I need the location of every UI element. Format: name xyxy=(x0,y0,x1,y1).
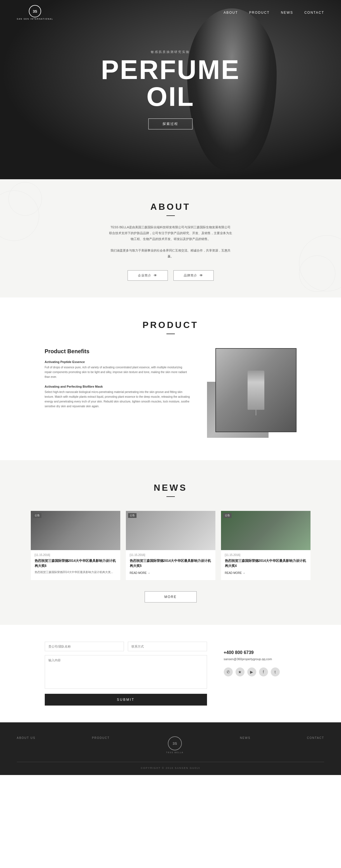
form-row-1 xyxy=(45,642,207,651)
product-text: Product Benefits Activating Peptide Esse… xyxy=(45,348,190,414)
eye-icon-1: 👁 xyxy=(154,273,158,278)
product-content: Product Benefits Activating Peptide Esse… xyxy=(45,348,297,438)
circle-decoration-2 xyxy=(8,182,42,216)
benefit-2-name: Activating and Perfecting Biofibre Mask xyxy=(45,385,190,388)
footer-logo-circle: 3S xyxy=(168,736,182,750)
news-tag-3: 公告 xyxy=(223,513,232,518)
news-card-2: 公告 [11.15.2016] 热烈祝贺三森国际荣德2014大中华区最具影响力设… xyxy=(126,511,215,580)
footer-news-label[interactable]: NEWS xyxy=(240,736,251,739)
benefit-1: Activating Peptide Essence Full of drops… xyxy=(45,360,190,379)
about-buttons: 企业简介 👁 品牌简介 👁 xyxy=(17,270,324,281)
news-tag-1: 公告 xyxy=(33,513,41,518)
benefit-1-name: Activating Peptide Essence xyxy=(45,360,190,364)
twitter-icon[interactable]: t xyxy=(271,668,280,676)
message-textarea[interactable] xyxy=(45,655,207,689)
product-title: PRODUCT xyxy=(17,320,324,330)
about-title: ABOUT xyxy=(17,202,324,212)
nav-news[interactable]: NEWS xyxy=(281,11,293,14)
nav-product[interactable]: PRODUCT xyxy=(249,11,270,14)
news-body-3: [11.15.2016] 热烈祝贺三森国际荣德2014大中华区最具影响力设计机构… xyxy=(221,550,310,579)
benefit-2-desc: Select high-tech nanoscale biological mi… xyxy=(45,390,190,409)
circle-decoration-4 xyxy=(299,255,335,292)
contact-phone: +400 800 6739 xyxy=(224,650,297,655)
contact-email: sansen@360propertygroup.qq.com xyxy=(224,657,297,661)
main-nav: ABOUT PRODUCT NEWS CONTACT xyxy=(224,11,324,14)
company-input[interactable] xyxy=(45,642,124,651)
footer-col-about: ABOUT US xyxy=(17,736,36,742)
news-card-3: 公告 [11.15.2016] 热烈祝贺三森国际荣德2014大中华区最具影响力设… xyxy=(221,511,310,580)
logo-circle: 3S xyxy=(29,5,41,18)
wechat-icon[interactable]: ✆ xyxy=(224,668,233,676)
contact-layout: SUBMIT +400 800 6739 sansen@360propertyg… xyxy=(45,642,297,706)
nav-about[interactable]: ABOUT xyxy=(224,11,238,14)
news-section: NEWS 公告 [11.15.2016] 热烈祝贺三森国际荣德2014大中华区最… xyxy=(0,460,341,625)
news-divider xyxy=(166,496,175,497)
news-read-more-3[interactable]: READ MORE → xyxy=(225,571,245,575)
news-excerpt-1: 热烈祝贺三森国际荣德2014大中华区最具影响力设计机构大奖... xyxy=(35,570,116,575)
submit-button[interactable]: SUBMIT xyxy=(45,694,207,706)
benefit-1-desc: Full of drops of essence pure, rich of v… xyxy=(45,365,190,379)
footer-divider xyxy=(17,762,324,762)
product-image-area xyxy=(207,348,297,438)
product-frame xyxy=(215,348,297,432)
play-icon[interactable]: ▶ xyxy=(247,668,256,676)
hero-cta-button[interactable]: 探索过程 xyxy=(148,119,193,129)
news-date-3: [11.15.2016] xyxy=(225,554,307,557)
facebook-icon[interactable]: f xyxy=(259,668,268,676)
contact-input[interactable] xyxy=(128,642,207,651)
nav-contact[interactable]: CONTACT xyxy=(304,11,324,14)
contact-info: +400 800 6739 sansen@360propertygroup.qq… xyxy=(224,642,297,706)
news-date-2: [11.15.2016] xyxy=(130,554,211,557)
more-button[interactable]: MORE xyxy=(145,591,197,602)
footer-product-label[interactable]: PRODUCT xyxy=(92,736,110,739)
about-text-2: 我们涵盖更多与致力于美丽事业的社会各界同仁互相交流、精诚合作，共享资源，互惠共赢… xyxy=(109,248,232,259)
news-read-more-2[interactable]: READ MORE → xyxy=(130,571,150,575)
news-tag-2: 公告 xyxy=(128,513,137,518)
about-section: ABOUT TESS BELLA是由美国三森国际尖端科技研发有限公司与深圳三森国… xyxy=(0,179,341,298)
contact-form: SUBMIT xyxy=(45,642,207,706)
weibo-icon[interactable]: ★ xyxy=(236,668,244,676)
news-headline-3: 热烈祝贺三森国际荣德2014大中华区最具影响力设计机构大奖4 xyxy=(225,558,307,568)
product-benefits-title: Product Benefits xyxy=(45,348,190,354)
benefit-2: Activating and Perfecting Biofibre Mask … xyxy=(45,385,190,409)
news-image-1: 公告 xyxy=(31,511,120,550)
footer-copyright: COPYRIGHT © 2016 SANSEN GUOJI xyxy=(17,767,324,769)
dropper-visual xyxy=(247,371,264,410)
footer-col-product: PRODUCT xyxy=(92,736,110,742)
brand-intro-button[interactable]: 品牌简介 👁 xyxy=(173,270,214,281)
news-image-2: 公告 xyxy=(126,511,215,550)
hero-content: 敏感肌质抽测研究实验 PERFUME OIL 探索过程 xyxy=(101,50,240,129)
footer: ABOUT US PRODUCT 3S TESS BELLA NEWS CONT… xyxy=(0,722,341,775)
product-divider xyxy=(166,334,175,334)
footer-col-contact: CONTACT xyxy=(307,736,324,742)
news-title: NEWS xyxy=(17,483,324,493)
news-headline-1: 热烈祝贺三森国际荣德2014大中华区最具影响力设计机构大奖6 xyxy=(35,558,116,568)
news-date-1: [11.15.2016] xyxy=(35,554,116,557)
social-icons: ✆ ★ ▶ f t xyxy=(224,668,297,676)
news-image-3: 公告 xyxy=(221,511,310,550)
news-body-1: [11.15.2016] 热烈祝贺三森国际荣德2014大中华区最具影响力设计机构… xyxy=(31,550,120,580)
about-text-1: TESS BELLA是由美国三森国际尖端科技研发有限公司与深圳三森国际生物发展有… xyxy=(109,224,232,242)
news-headline-2: 热烈祝贺三森国际荣德2014大中华区最具影响力设计机构大奖5 xyxy=(130,558,211,568)
hero-subtitle: 敏感肌质抽测研究实验 xyxy=(101,50,240,54)
more-btn-wrap: MORE xyxy=(17,591,324,602)
product-section: PRODUCT Product Benefits Activating Pept… xyxy=(0,298,341,460)
news-card-1: 公告 [11.15.2016] 热烈祝贺三森国际荣德2014大中华区最具影响力设… xyxy=(31,511,120,580)
contact-section: SUBMIT +400 800 6739 sansen@360propertyg… xyxy=(0,625,341,722)
news-grid: 公告 [11.15.2016] 热烈祝贺三森国际荣德2014大中华区最具影响力设… xyxy=(31,511,310,580)
company-intro-button[interactable]: 企业简介 👁 xyxy=(128,270,168,281)
footer-about-label[interactable]: ABOUT US xyxy=(17,736,36,739)
footer-top: ABOUT US PRODUCT 3S TESS BELLA NEWS CONT… xyxy=(17,736,324,753)
hero-section: 敏感肌质抽测研究实验 PERFUME OIL 探索过程 xyxy=(0,0,341,179)
news-body-2: [11.15.2016] 热烈祝贺三森国际荣德2014大中华区最具影响力设计机构… xyxy=(126,550,215,579)
hero-title: PERFUME OIL xyxy=(101,56,240,110)
footer-logo: 3S TESS BELLA xyxy=(166,736,183,753)
eye-icon-2: 👁 xyxy=(200,273,203,278)
footer-col-news: NEWS xyxy=(240,736,251,742)
product-image xyxy=(216,349,296,432)
logo: 3S SAN SEN INTERNATIONAL xyxy=(17,5,53,20)
footer-contact-label[interactable]: CONTACT xyxy=(307,736,324,739)
about-divider xyxy=(166,215,175,216)
